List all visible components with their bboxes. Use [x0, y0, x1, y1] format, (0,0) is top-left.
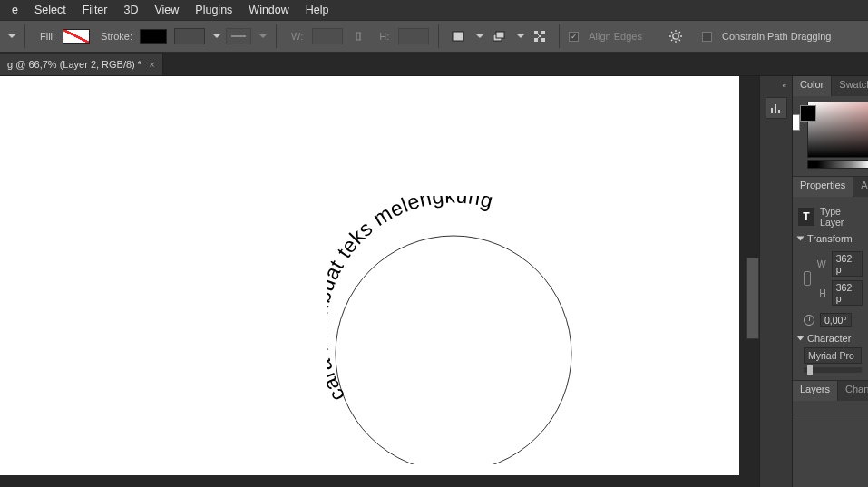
document-tab[interactable]: g @ 66,7% (Layer 2, RGB/8) * ×: [0, 54, 163, 75]
top-menu-bar: e Select Filter 3D View Plugins Window H…: [0, 0, 868, 20]
collapse-arrows-icon[interactable]: «: [777, 80, 792, 92]
tab-color[interactable]: Color: [793, 76, 832, 96]
menu-item-3d[interactable]: 3D: [115, 2, 146, 18]
layers-panel: Layers Chann: [793, 381, 868, 414]
fill-label: Fill:: [40, 31, 55, 42]
font-family-field[interactable]: Myriad Pro: [804, 347, 862, 364]
gear-icon[interactable]: [666, 26, 686, 46]
link-wh-icon[interactable]: [348, 26, 368, 46]
svg-line-18: [671, 40, 672, 41]
height-value[interactable]: 362 p: [832, 280, 863, 306]
svg-line-15: [671, 32, 672, 33]
width-value[interactable]: 362 p: [832, 251, 863, 277]
menu-item-help[interactable]: Help: [297, 2, 337, 18]
path-arrange-icon[interactable]: [489, 26, 509, 46]
svg-rect-0: [453, 32, 463, 41]
document-tab-strip: g @ 66,7% (Layer 2, RGB/8) * ×: [0, 53, 868, 76]
options-bar: Fill: Stroke: W: H: Align Edges: [0, 20, 868, 53]
character-label: Character: [807, 333, 851, 344]
align-edges-label: Align Edges: [589, 31, 642, 42]
character-slider[interactable]: [804, 367, 862, 373]
curved-text: cara membuat teks melengkung: [327, 196, 496, 405]
path-align-icon[interactable]: [448, 26, 468, 46]
chevron-down-icon: [797, 237, 805, 241]
vertical-scrollbar[interactable]: [746, 258, 759, 339]
link-wh-icon[interactable]: [804, 271, 811, 286]
stroke-label: Stroke:: [101, 31, 132, 42]
circle-path-with-text: cara membuat teks melengkung: [327, 196, 562, 432]
type-layer-icon: T: [798, 208, 814, 226]
height-field[interactable]: [398, 28, 429, 44]
stroke-style-dropdown-icon[interactable]: [259, 34, 267, 38]
svg-point-19: [336, 236, 571, 464]
angle-icon: [804, 315, 814, 326]
properties-panel: Properties Ac T Type Layer Transform W: [793, 177, 868, 381]
work-area: cara membuat teks melengkung « Color Swa…: [0, 76, 868, 487]
separator: [24, 24, 25, 48]
svg-rect-22: [775, 104, 776, 113]
stroke-style-button[interactable]: [226, 28, 251, 44]
character-section-header[interactable]: Character: [798, 333, 863, 344]
menu-item-plugins[interactable]: Plugins: [187, 2, 240, 18]
angle-value[interactable]: 0,00°: [820, 313, 852, 327]
menu-item-edit-clipped[interactable]: e: [4, 2, 26, 18]
tab-swatches[interactable]: Swatch: [832, 76, 868, 96]
tab-adjustments[interactable]: Ac: [853, 177, 868, 197]
right-panels: Color Swatch Properties Ac: [792, 76, 868, 487]
svg-rect-3: [496, 32, 504, 38]
transform-label: Transform: [807, 233, 853, 244]
type-layer-label: Type Layer: [820, 206, 863, 228]
svg-point-10: [673, 34, 678, 39]
constrain-path-checkbox[interactable]: [702, 32, 712, 42]
tool-preset-dropdown-icon[interactable]: [8, 34, 15, 38]
chevron-down-icon: [797, 336, 805, 341]
constrain-path-label: Constrain Path Dragging: [722, 31, 831, 42]
svg-line-16: [679, 40, 680, 41]
document-canvas[interactable]: cara membuat teks melengkung: [0, 76, 739, 475]
menu-item-window[interactable]: Window: [240, 2, 297, 18]
menu-item-select[interactable]: Select: [26, 2, 74, 18]
align-edges-checkbox[interactable]: [569, 32, 579, 42]
dock-histogram-icon[interactable]: [766, 97, 787, 119]
svg-line-17: [679, 32, 680, 33]
transform-section-header[interactable]: Transform: [798, 233, 863, 244]
tab-properties[interactable]: Properties: [793, 177, 853, 197]
width-label: W:: [291, 31, 303, 42]
document-tab-title: g @ 66,7% (Layer 2, RGB/8) *: [7, 59, 141, 70]
close-icon[interactable]: ×: [149, 59, 154, 70]
separator: [276, 24, 277, 48]
stroke-width-field[interactable]: [174, 28, 205, 44]
fill-swatch[interactable]: [63, 29, 90, 44]
tab-channels[interactable]: Chann: [838, 381, 868, 401]
h-label: H: [816, 287, 826, 298]
path-options-icon[interactable]: [530, 26, 550, 46]
svg-rect-21: [771, 108, 773, 113]
menu-item-view[interactable]: View: [146, 2, 187, 18]
svg-rect-23: [778, 110, 780, 113]
canvas-stage: cara membuat teks melengkung: [0, 76, 759, 487]
height-label: H:: [379, 31, 389, 42]
w-label: W: [816, 258, 826, 269]
separator: [559, 24, 560, 48]
hue-slider[interactable]: [807, 160, 868, 169]
collapsed-panel-dock: «: [759, 76, 792, 487]
stroke-width-dropdown-icon[interactable]: [213, 34, 220, 38]
menu-item-filter[interactable]: Filter: [74, 2, 116, 18]
svg-text:cara membuat teks melengkung: cara membuat teks melengkung: [327, 196, 496, 405]
path-align-dropdown-icon[interactable]: [476, 34, 483, 38]
color-panel: Color Swatch: [793, 76, 868, 177]
separator: [438, 24, 439, 48]
width-field[interactable]: [312, 28, 343, 44]
stroke-swatch[interactable]: [140, 29, 167, 44]
color-field[interactable]: [807, 102, 868, 158]
tab-layers[interactable]: Layers: [793, 381, 838, 401]
path-arrange-dropdown-icon[interactable]: [517, 34, 524, 38]
